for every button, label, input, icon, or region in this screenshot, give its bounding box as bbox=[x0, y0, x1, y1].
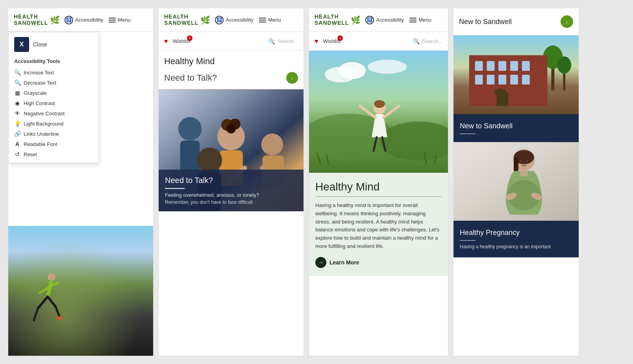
tool-reset[interactable]: ↺ Reset bbox=[9, 149, 98, 159]
accessibility-label-3: Accessibility bbox=[376, 17, 404, 23]
need-talk-down-btn-2[interactable]: ↓ bbox=[286, 72, 298, 84]
heart-icon-3: ♥ bbox=[315, 38, 318, 45]
hamburger-icon-1 bbox=[109, 18, 116, 22]
hamburger-icon-3 bbox=[409, 18, 416, 22]
svg-rect-45 bbox=[475, 61, 483, 71]
svg-point-8 bbox=[56, 316, 61, 320]
panel-2: HEALTH SANDWELL 🌿 ♿ Accessibility Menu ♥… bbox=[158, 8, 304, 356]
building-card-title: New to Sandwell bbox=[460, 122, 572, 130]
navbar-panel3: HEALTH SANDWELL 🌿 ♿ Accessibility Menu bbox=[309, 8, 448, 32]
pregnancy-card-text: Having a healthy pregnancy is an importa… bbox=[460, 244, 572, 249]
menu-btn-2[interactable]: Menu bbox=[259, 17, 281, 23]
menu-label-3: Menu bbox=[418, 17, 431, 23]
accessibility-btn-3[interactable]: ♿ Accessibility bbox=[365, 16, 404, 24]
card-text-3: Having a healthy mind is important for o… bbox=[315, 201, 442, 251]
menu-btn-3[interactable]: Menu bbox=[409, 17, 431, 23]
svg-line-7 bbox=[56, 307, 59, 316]
panel4-down-btn[interactable]: ↓ bbox=[561, 15, 573, 28]
pregnancy-dark-card: Healthy Pregnancy Having a healthy pregn… bbox=[453, 221, 579, 257]
logo-health-3: HEALTH bbox=[315, 14, 349, 20]
logo-panel1[interactable]: HEALTH SANDWELL 🌿 bbox=[14, 14, 60, 26]
search-icon-3: 🔍 bbox=[413, 38, 420, 44]
close-label[interactable]: Close bbox=[33, 41, 47, 48]
logo-leaf-icon-2: 🌿 bbox=[200, 15, 210, 25]
heart-icon-2: ♥ bbox=[164, 38, 168, 45]
content-card-3: Healthy Mind Having a healthy mind is im… bbox=[309, 173, 448, 276]
tool-links-underline[interactable]: 🔗 Links Underline bbox=[9, 129, 98, 139]
accessibility-icon-2: ♿ bbox=[215, 16, 224, 24]
overlay-need-talk: Need to Talk? bbox=[165, 176, 297, 185]
group-chat-image: Need to Talk? Feeling overwhelmed, anxio… bbox=[159, 89, 304, 211]
wishlist-btn-3[interactable]: ♥ 0 Wishlist bbox=[315, 38, 341, 45]
building-card-divider bbox=[460, 133, 476, 134]
search-placeholder-2: Search... bbox=[278, 38, 298, 44]
tool-grayscale[interactable]: ▦ Grayscale bbox=[9, 88, 98, 98]
svg-line-6 bbox=[48, 297, 56, 307]
need-talk-label-2: Need to Talk? bbox=[164, 73, 217, 83]
search-bar-2[interactable]: 🔍 Search... bbox=[268, 38, 298, 44]
tool-readable-font-label: Readable Font bbox=[24, 141, 57, 147]
accessibility-icon-1: ♿ bbox=[65, 16, 73, 24]
logo-panel2[interactable]: HEALTH SANDWELL 🌿 bbox=[164, 14, 210, 26]
tool-links-underline-label: Links Underline bbox=[24, 131, 59, 137]
navbar-panel1: HEALTH SANDWELL 🌿 ♿ Accessibility Menu bbox=[8, 8, 153, 32]
logo-sandwell-2: SANDWELL bbox=[164, 20, 198, 26]
secondary-bar-2: ♥ 0 Wishlist 🔍 Search... bbox=[159, 32, 304, 51]
pregnancy-card-title: Healthy Pregnancy bbox=[460, 229, 572, 237]
tool-negative-contrast[interactable]: 👁 Negative Contrast bbox=[9, 108, 98, 118]
svg-rect-52 bbox=[498, 75, 506, 85]
svg-rect-49 bbox=[522, 61, 530, 71]
links-icon: 🔗 bbox=[14, 131, 20, 137]
increase-text-icon: 🔍 bbox=[14, 69, 20, 76]
wishlist-badge-2: 0 bbox=[187, 35, 192, 41]
panel4-title: New to Sandwell bbox=[459, 18, 512, 26]
accessibility-btn-1[interactable]: ♿ Accessibility bbox=[65, 16, 103, 24]
tool-reset-label: Reset bbox=[24, 152, 37, 157]
building-svg bbox=[453, 35, 579, 114]
search-bar-3[interactable]: 🔍 Search... bbox=[413, 38, 442, 44]
logo-health-2: HEALTH bbox=[164, 14, 198, 20]
logo-panel3[interactable]: HEALTH SANDWELL 🌿 bbox=[315, 14, 361, 26]
negative-contrast-icon: 👁 bbox=[14, 110, 20, 116]
menu-btn-1[interactable]: Menu bbox=[109, 17, 131, 23]
panel4-header: New to Sandwell ↓ bbox=[453, 8, 579, 35]
tool-increase-text[interactable]: 🔍 Increase Text bbox=[9, 67, 98, 78]
svg-point-43 bbox=[557, 56, 571, 74]
logo-leaf-icon-3: 🌿 bbox=[351, 15, 361, 25]
high-contrast-icon: ◉ bbox=[14, 100, 20, 106]
readable-font-icon: A bbox=[14, 141, 20, 147]
tool-light-background-label: Light Background bbox=[24, 121, 63, 127]
tool-negative-contrast-label: Negative Contrast bbox=[24, 111, 65, 116]
logo-leaf-icon-1: 🌿 bbox=[50, 15, 60, 25]
tool-high-contrast-label: High Contrast bbox=[24, 100, 55, 106]
learn-more-arrow-3: → bbox=[315, 257, 326, 268]
learn-more-btn-3[interactable]: → Learn More bbox=[315, 257, 442, 268]
light-bg-icon: 💡 bbox=[14, 120, 20, 127]
menu-label-1: Menu bbox=[118, 17, 131, 23]
tool-readable-font[interactable]: A Readable Font bbox=[9, 139, 98, 149]
svg-point-10 bbox=[178, 117, 202, 140]
accessibility-label-1: Accessibility bbox=[75, 17, 103, 23]
search-placeholder-3: Search... bbox=[422, 38, 442, 44]
tool-high-contrast[interactable]: ◉ High Contrast bbox=[9, 98, 98, 108]
svg-point-56 bbox=[494, 89, 506, 96]
svg-rect-65 bbox=[520, 170, 528, 176]
svg-point-17 bbox=[197, 148, 222, 173]
logo-sandwell-1: SANDWELL bbox=[14, 20, 48, 26]
panel2-page-title: Healthy Mind bbox=[164, 56, 298, 67]
tools-title: Accessibility Tools bbox=[9, 57, 98, 67]
svg-rect-53 bbox=[510, 75, 518, 85]
wishlist-btn-2[interactable]: ♥ 0 Wishlist bbox=[164, 38, 190, 45]
svg-rect-11 bbox=[180, 140, 200, 172]
overlay-subtext-2: Remember, you don't have to face difficu… bbox=[165, 200, 297, 205]
pregnancy-image bbox=[453, 142, 579, 221]
secondary-bar-3: ♥ 0 Wishlist 🔍 Search... bbox=[309, 32, 448, 51]
close-button[interactable]: X bbox=[14, 37, 29, 52]
accessibility-btn-2[interactable]: ♿ Accessibility bbox=[215, 16, 254, 24]
tool-light-background[interactable]: 💡 Light Background bbox=[9, 118, 98, 129]
panel-1: HEALTH SANDWELL 🌿 ♿ Accessibility Menu X… bbox=[8, 8, 154, 356]
svg-point-30 bbox=[374, 100, 385, 108]
svg-rect-48 bbox=[510, 61, 518, 71]
tool-decrease-text[interactable]: 🔍 Decrease Text bbox=[9, 78, 98, 88]
runner-image bbox=[8, 226, 153, 356]
